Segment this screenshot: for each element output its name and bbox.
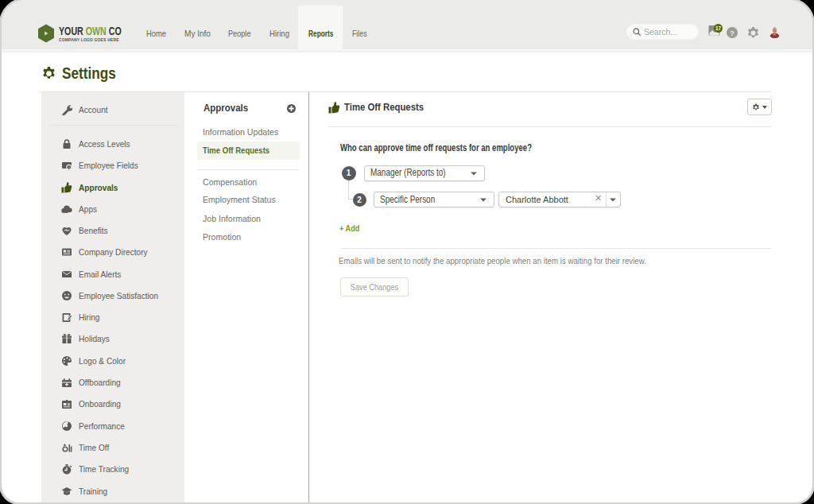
svg-text:?: ? [730,29,735,37]
